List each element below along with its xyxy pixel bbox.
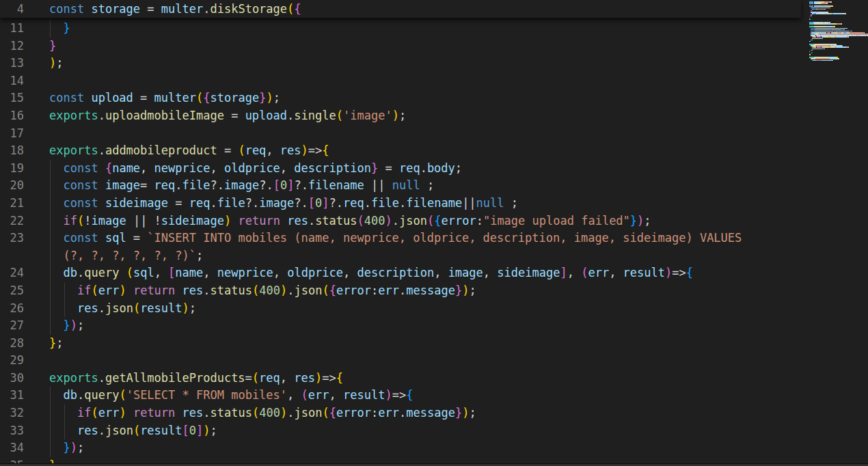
code-token: 400 [364, 214, 385, 228]
code-line[interactable]: 20 const image= req.file?.image?.[0]?.fi… [0, 177, 801, 195]
code-line[interactable]: 34 }); [0, 439, 801, 457]
sticky-scroll-line[interactable]: 4const storage = multer.diskStorage({ [0, 0, 801, 18]
code-text: if(err) return res.status(400).json({err… [49, 282, 476, 300]
line-number: 31 [0, 387, 24, 405]
line-number: 27 [0, 317, 24, 335]
code-token: ) [280, 406, 287, 420]
code-token: ( [77, 214, 84, 228]
code-token: ( [336, 109, 343, 122]
code-token: ) [49, 56, 56, 70]
code-token: file [371, 196, 399, 210]
code-line[interactable]: 23 const sql = `INSERT INTO mobiles (nam… [0, 230, 801, 247]
code-line[interactable]: 29 [0, 352, 801, 370]
code-token: error [336, 284, 371, 297]
code-token: ) [637, 214, 644, 228]
code-line[interactable]: 30exports.getAllmobileProducts=(req, res… [0, 370, 801, 387]
minimap[interactable] [805, 0, 868, 466]
code-editor[interactable]: 11 }12}13);1415const upload = multer({st… [0, 0, 868, 466]
code-line[interactable]: 16exports.uploadmobileImage = upload.sin… [0, 107, 801, 125]
line-number: 23 [0, 230, 24, 247]
code-token [119, 266, 126, 279]
minimap-token [837, 58, 839, 59]
code-token [280, 214, 287, 228]
code-lines-container[interactable]: 11 }12}13);1415const upload = multer({st… [0, 20, 801, 466]
code-text: const {name, newprice, oldprice, descrip… [49, 160, 462, 178]
code-token: ?. [329, 196, 343, 210]
code-line[interactable]: 33 res.json(result[0]); [0, 422, 801, 440]
code-token: ( [119, 388, 126, 402]
code-line[interactable]: 27 }); [0, 317, 801, 335]
code-token: ; [399, 109, 406, 122]
code-token: . [203, 406, 210, 420]
minimap-token [812, 50, 813, 51]
code-token [49, 21, 63, 35]
code-token: status [211, 284, 252, 297]
line-number: 16 [0, 107, 24, 125]
minimap-token [824, 49, 825, 50]
code-token: || [364, 178, 392, 192]
code-token: ) [280, 284, 287, 297]
code-text: (?, ?, ?, ?, ?, ?)`; [49, 247, 203, 265]
line-number: 28 [0, 335, 24, 353]
code-token [126, 284, 133, 297]
code-token: [ [182, 424, 189, 437]
code-text: }; [49, 335, 64, 353]
minimap-content [805, 0, 868, 61]
code-token: = [168, 196, 189, 210]
code-line[interactable]: 17 [0, 125, 801, 143]
code-token: getAllmobileProducts [105, 371, 245, 385]
code-token: : [371, 284, 378, 297]
code-token: ) [203, 424, 210, 437]
minimap-token [810, 19, 811, 20]
code-token: ; [644, 214, 651, 228]
minimap-token [815, 23, 826, 25]
minimap-token [824, 9, 826, 10]
code-token: } [63, 318, 70, 332]
line-number: 34 [0, 439, 24, 457]
code-line[interactable]: 28}; [0, 335, 801, 353]
code-line[interactable]: 26 res.json(result); [0, 300, 801, 318]
code-token: storage [91, 2, 140, 16]
sticky-scroll-header[interactable]: 4const storage = multer.diskStorage({ [0, 0, 801, 18]
code-token: . [98, 371, 105, 385]
code-line[interactable]: 15const upload = multer({storage}); [0, 90, 801, 107]
code-token: 400 [259, 406, 280, 420]
code-line[interactable]: 25 if(err) return res.status(400).json({… [0, 282, 801, 300]
code-token: ) [462, 284, 469, 297]
code-line[interactable]: 24 db.query (sql, [name, newprice, oldpr… [0, 264, 801, 282]
code-line[interactable]: (?, ?, ?, ?, ?, ?)`; [0, 247, 801, 265]
code-token: ( [133, 301, 140, 315]
code-token: ) [301, 143, 308, 157]
code-text: const upload = multer({storage}); [49, 90, 280, 107]
code-line[interactable]: 19 const {name, newprice, oldprice, desc… [0, 160, 801, 178]
code-token: ( [252, 406, 259, 420]
code-token: } [49, 336, 56, 350]
code-line[interactable]: 14 [0, 72, 801, 90]
code-token: . [287, 284, 294, 297]
code-token: = [140, 178, 154, 192]
code-token: , [609, 266, 623, 279]
code-token: ?. [211, 178, 224, 192]
code-line[interactable]: 11 } [0, 20, 801, 38]
code-line[interactable]: 32 if(err) return res.status(400).json({… [0, 405, 801, 422]
code-line[interactable]: 18exports.addmobileproduct = (req, res)=… [0, 142, 801, 160]
code-line[interactable]: 22 if(!image || !sideimage) return res.s… [0, 213, 801, 230]
code-token: sideimage [497, 266, 560, 279]
code-text: exports.addmobileproduct = (req, res)=>{ [49, 142, 329, 160]
code-token: err [378, 406, 399, 420]
code-token: ; [56, 56, 63, 70]
code-line[interactable]: 13); [0, 55, 801, 72]
line-number: 17 [0, 125, 24, 143]
code-token: ; [196, 249, 203, 262]
code-token: status [315, 214, 357, 228]
code-token: if [77, 284, 91, 297]
code-line[interactable]: 12} [0, 38, 801, 55]
code-token: . [392, 214, 399, 228]
code-text: }); [49, 439, 84, 457]
code-token: image [259, 196, 294, 210]
code-token: , [140, 161, 154, 175]
code-token: [ [308, 196, 315, 210]
code-line[interactable]: 31 db.query('SELECT * FROM mobiles', (er… [0, 387, 801, 405]
minimap-token [822, 38, 823, 40]
code-line[interactable]: 21 const sideimage = req.file?.image?.[0… [0, 195, 801, 213]
